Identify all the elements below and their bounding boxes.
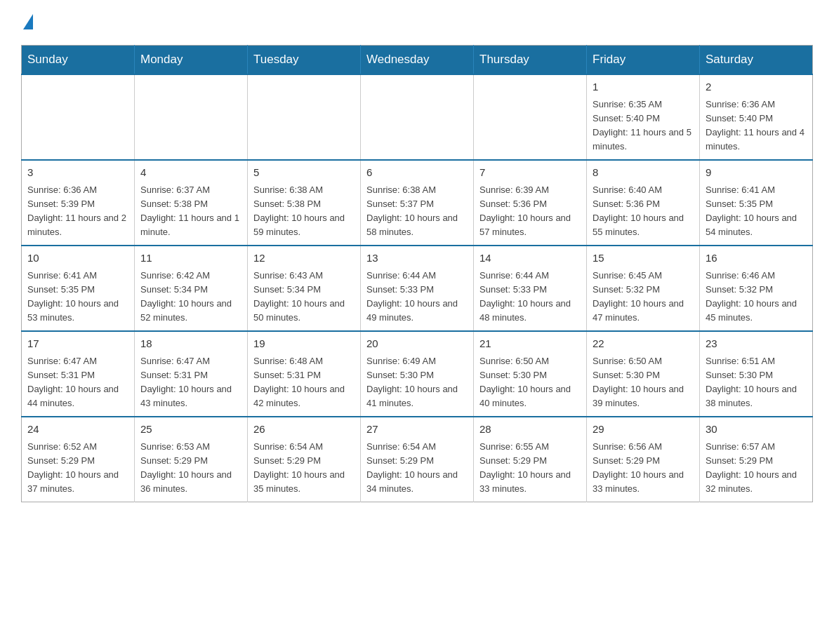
logo-top <box>21 14 33 31</box>
day-number: 18 <box>140 336 241 352</box>
day-info: Sunrise: 6:39 AMSunset: 5:36 PMDaylight:… <box>479 183 581 240</box>
calendar-cell: 17Sunrise: 6:47 AMSunset: 5:31 PMDayligh… <box>22 331 135 417</box>
day-info: Sunrise: 6:43 AMSunset: 5:34 PMDaylight:… <box>253 269 355 326</box>
calendar-cell: 19Sunrise: 6:48 AMSunset: 5:31 PMDayligh… <box>248 331 361 417</box>
weekday-header-saturday: Saturday <box>700 46 813 75</box>
calendar-week-row: 10Sunrise: 6:41 AMSunset: 5:35 PMDayligh… <box>22 246 813 331</box>
calendar-cell <box>474 74 587 160</box>
day-number: 16 <box>706 250 807 267</box>
day-info: Sunrise: 6:37 AMSunset: 5:38 PMDaylight:… <box>140 183 241 240</box>
calendar-cell <box>22 74 135 160</box>
calendar-cell: 9Sunrise: 6:41 AMSunset: 5:35 PMDaylight… <box>700 160 813 246</box>
calendar-cell: 13Sunrise: 6:44 AMSunset: 5:33 PMDayligh… <box>361 246 474 331</box>
day-info: Sunrise: 6:42 AMSunset: 5:34 PMDaylight:… <box>140 269 241 326</box>
day-number: 2 <box>706 79 807 95</box>
day-number: 3 <box>27 165 128 181</box>
day-number: 7 <box>479 165 581 181</box>
day-number: 8 <box>593 165 694 181</box>
weekday-header-tuesday: Tuesday <box>248 46 361 75</box>
day-number: 25 <box>140 422 241 438</box>
calendar-cell <box>361 74 474 160</box>
calendar-cell: 16Sunrise: 6:46 AMSunset: 5:32 PMDayligh… <box>700 246 813 331</box>
day-number: 26 <box>253 422 355 438</box>
day-number: 14 <box>479 250 581 267</box>
day-number: 15 <box>593 250 694 267</box>
day-info: Sunrise: 6:47 AMSunset: 5:31 PMDaylight:… <box>27 354 128 411</box>
page-header <box>21 14 813 31</box>
day-info: Sunrise: 6:48 AMSunset: 5:31 PMDaylight:… <box>253 354 355 411</box>
calendar-cell: 20Sunrise: 6:49 AMSunset: 5:30 PMDayligh… <box>361 331 474 417</box>
day-info: Sunrise: 6:46 AMSunset: 5:32 PMDaylight:… <box>706 269 807 326</box>
day-number: 17 <box>27 336 128 352</box>
calendar-cell: 10Sunrise: 6:41 AMSunset: 5:35 PMDayligh… <box>22 246 135 331</box>
day-info: Sunrise: 6:56 AMSunset: 5:29 PMDaylight:… <box>593 440 694 497</box>
calendar-cell <box>248 74 361 160</box>
weekday-header-friday: Friday <box>587 46 700 75</box>
calendar-header-row: SundayMondayTuesdayWednesdayThursdayFrid… <box>22 46 813 75</box>
day-info: Sunrise: 6:54 AMSunset: 5:29 PMDaylight:… <box>366 440 468 497</box>
calendar-cell: 14Sunrise: 6:44 AMSunset: 5:33 PMDayligh… <box>474 246 587 331</box>
day-number: 6 <box>366 165 468 181</box>
calendar-cell: 12Sunrise: 6:43 AMSunset: 5:34 PMDayligh… <box>248 246 361 331</box>
calendar-cell: 26Sunrise: 6:54 AMSunset: 5:29 PMDayligh… <box>248 417 361 502</box>
day-info: Sunrise: 6:41 AMSunset: 5:35 PMDaylight:… <box>706 183 807 240</box>
calendar-cell: 6Sunrise: 6:38 AMSunset: 5:37 PMDaylight… <box>361 160 474 246</box>
day-number: 13 <box>366 250 468 267</box>
weekday-header-wednesday: Wednesday <box>361 46 474 75</box>
calendar-cell: 24Sunrise: 6:52 AMSunset: 5:29 PMDayligh… <box>22 417 135 502</box>
calendar-cell: 25Sunrise: 6:53 AMSunset: 5:29 PMDayligh… <box>135 417 248 502</box>
day-info: Sunrise: 6:35 AMSunset: 5:40 PMDaylight:… <box>593 98 694 154</box>
day-info: Sunrise: 6:52 AMSunset: 5:29 PMDaylight:… <box>27 440 128 497</box>
day-info: Sunrise: 6:41 AMSunset: 5:35 PMDaylight:… <box>27 269 128 326</box>
calendar-cell: 11Sunrise: 6:42 AMSunset: 5:34 PMDayligh… <box>135 246 248 331</box>
day-info: Sunrise: 6:47 AMSunset: 5:31 PMDaylight:… <box>140 354 241 411</box>
day-number: 23 <box>706 336 807 352</box>
calendar-cell: 4Sunrise: 6:37 AMSunset: 5:38 PMDaylight… <box>135 160 248 246</box>
calendar-week-row: 3Sunrise: 6:36 AMSunset: 5:39 PMDaylight… <box>22 160 813 246</box>
day-number: 22 <box>593 336 694 352</box>
day-number: 30 <box>706 422 807 438</box>
day-number: 24 <box>27 422 128 438</box>
day-info: Sunrise: 6:55 AMSunset: 5:29 PMDaylight:… <box>479 440 581 497</box>
day-info: Sunrise: 6:38 AMSunset: 5:38 PMDaylight:… <box>253 183 355 240</box>
weekday-header-sunday: Sunday <box>22 46 135 75</box>
day-number: 20 <box>366 336 468 352</box>
day-number: 11 <box>140 250 241 267</box>
calendar-cell: 18Sunrise: 6:47 AMSunset: 5:31 PMDayligh… <box>135 331 248 417</box>
day-info: Sunrise: 6:44 AMSunset: 5:33 PMDaylight:… <box>366 269 468 326</box>
day-number: 28 <box>479 422 581 438</box>
day-number: 21 <box>479 336 581 352</box>
day-number: 19 <box>253 336 355 352</box>
calendar-cell: 3Sunrise: 6:36 AMSunset: 5:39 PMDaylight… <box>22 160 135 246</box>
calendar-cell: 5Sunrise: 6:38 AMSunset: 5:38 PMDaylight… <box>248 160 361 246</box>
day-number: 4 <box>140 165 241 181</box>
day-info: Sunrise: 6:40 AMSunset: 5:36 PMDaylight:… <box>593 183 694 240</box>
day-info: Sunrise: 6:49 AMSunset: 5:30 PMDaylight:… <box>366 354 468 411</box>
calendar-week-row: 1Sunrise: 6:35 AMSunset: 5:40 PMDaylight… <box>22 74 813 160</box>
calendar-table: SundayMondayTuesdayWednesdayThursdayFrid… <box>21 45 813 502</box>
day-info: Sunrise: 6:36 AMSunset: 5:40 PMDaylight:… <box>706 98 807 154</box>
day-info: Sunrise: 6:54 AMSunset: 5:29 PMDaylight:… <box>253 440 355 497</box>
day-number: 27 <box>366 422 468 438</box>
day-number: 12 <box>253 250 355 267</box>
weekday-header-thursday: Thursday <box>474 46 587 75</box>
calendar-cell: 21Sunrise: 6:50 AMSunset: 5:30 PMDayligh… <box>474 331 587 417</box>
day-number: 9 <box>706 165 807 181</box>
day-info: Sunrise: 6:44 AMSunset: 5:33 PMDaylight:… <box>479 269 581 326</box>
calendar-cell: 2Sunrise: 6:36 AMSunset: 5:40 PMDaylight… <box>700 74 813 160</box>
calendar-week-row: 24Sunrise: 6:52 AMSunset: 5:29 PMDayligh… <box>22 417 813 502</box>
calendar-cell: 8Sunrise: 6:40 AMSunset: 5:36 PMDaylight… <box>587 160 700 246</box>
logo-triangle-icon <box>23 14 33 29</box>
day-info: Sunrise: 6:38 AMSunset: 5:37 PMDaylight:… <box>366 183 468 240</box>
day-info: Sunrise: 6:51 AMSunset: 5:30 PMDaylight:… <box>706 354 807 411</box>
day-info: Sunrise: 6:57 AMSunset: 5:29 PMDaylight:… <box>706 440 807 497</box>
calendar-cell: 7Sunrise: 6:39 AMSunset: 5:36 PMDaylight… <box>474 160 587 246</box>
calendar-cell: 28Sunrise: 6:55 AMSunset: 5:29 PMDayligh… <box>474 417 587 502</box>
calendar-cell: 30Sunrise: 6:57 AMSunset: 5:29 PMDayligh… <box>700 417 813 502</box>
calendar-cell: 22Sunrise: 6:50 AMSunset: 5:30 PMDayligh… <box>587 331 700 417</box>
calendar-cell: 23Sunrise: 6:51 AMSunset: 5:30 PMDayligh… <box>700 331 813 417</box>
logo <box>21 14 33 31</box>
day-number: 10 <box>27 250 128 267</box>
day-number: 29 <box>593 422 694 438</box>
calendar-cell: 27Sunrise: 6:54 AMSunset: 5:29 PMDayligh… <box>361 417 474 502</box>
